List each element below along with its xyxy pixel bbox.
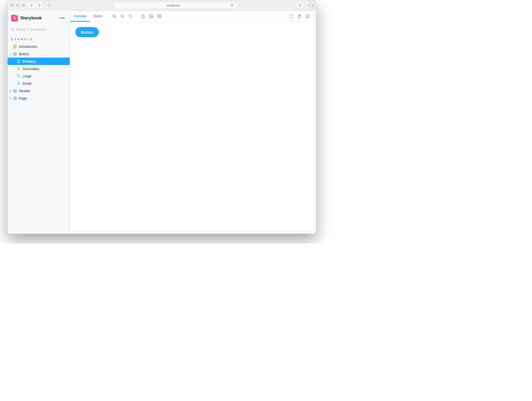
svg-point-5 xyxy=(12,28,14,31)
viewport-button[interactable] xyxy=(139,11,147,22)
address-bar[interactable]: localhost xyxy=(114,2,236,9)
reload-icon[interactable] xyxy=(230,4,234,7)
tree-label: Primary xyxy=(22,59,36,63)
toolbar-separator xyxy=(108,14,108,19)
nav-back-forward xyxy=(27,2,44,9)
bookmark-icon xyxy=(17,74,20,78)
svg-rect-0 xyxy=(48,4,52,7)
sidebar-header: S Storybook ••• xyxy=(8,14,70,24)
tree-label: Header xyxy=(19,89,31,93)
address-url: localhost xyxy=(117,4,230,7)
window-controls xyxy=(10,4,25,7)
tree-label: Introduction xyxy=(19,45,37,49)
nav-tree: Introduction ▼ Button P xyxy=(8,43,70,102)
sidebar-story-large[interactable]: Large xyxy=(8,72,70,80)
sidebar-section-label: EXAMPLE xyxy=(8,37,70,43)
tree-label: Page xyxy=(19,96,27,100)
zoom-in-button[interactable] xyxy=(110,11,118,22)
zoom-reset-button[interactable] xyxy=(127,11,135,22)
open-isolated-button[interactable] xyxy=(296,11,304,22)
background-button[interactable] xyxy=(147,11,155,22)
preview-tabs: Canvas Docs xyxy=(70,11,106,22)
copy-link-button[interactable] xyxy=(304,11,312,22)
demo-button[interactable]: Button xyxy=(75,27,99,37)
svg-point-32 xyxy=(150,15,151,16)
chevron-right-icon: ▶ xyxy=(10,97,13,100)
fullscreen-button[interactable] xyxy=(287,11,296,22)
storybook-app: S Storybook ••• Press "/" to search... E… xyxy=(8,11,316,234)
svg-rect-33 xyxy=(158,15,159,16)
toolbar-separator xyxy=(137,14,137,19)
search-placeholder: Press "/" to search... xyxy=(16,28,49,32)
sidebar-toggle-button[interactable] xyxy=(46,2,54,9)
bookmark-icon xyxy=(17,67,20,71)
preview-toolbar: Canvas Docs xyxy=(70,11,313,22)
svg-rect-34 xyxy=(160,15,161,16)
sidebar: S Storybook ••• Press "/" to search... E… xyxy=(8,11,70,234)
tree-label: Button xyxy=(19,52,29,56)
browser-chrome: localhost + xyxy=(8,0,316,11)
window-minimize-icon[interactable] xyxy=(16,4,19,7)
storybook-logo-icon: S xyxy=(11,15,18,21)
chevron-right-icon: ▶ xyxy=(10,90,13,92)
share-button[interactable] xyxy=(296,2,304,9)
sidebar-item-introduction[interactable]: Introduction xyxy=(8,43,70,50)
brand-title: Storybook xyxy=(20,16,42,21)
sidebar-story-secondary[interactable]: Secondary xyxy=(8,65,70,72)
new-tab-button[interactable]: + xyxy=(309,0,316,10)
component-icon xyxy=(13,89,17,93)
search-input[interactable]: Press "/" to search... xyxy=(11,26,66,33)
svg-rect-36 xyxy=(160,17,161,18)
browser-window: localhost + S Stor xyxy=(7,0,316,234)
bookmark-icon xyxy=(17,60,20,63)
grid-button[interactable] xyxy=(155,11,163,22)
main-area: Canvas Docs xyxy=(70,11,316,234)
svg-rect-39 xyxy=(307,15,310,17)
sidebar-menu-button[interactable]: ••• xyxy=(59,14,66,22)
sidebar-item-header[interactable]: ▶ Header xyxy=(8,87,70,95)
tree-label: Large xyxy=(22,74,32,78)
chevron-down-icon: ▼ xyxy=(10,53,13,55)
canvas-area: Button xyxy=(70,22,313,231)
nav-forward-button[interactable] xyxy=(36,2,43,8)
svg-point-27 xyxy=(129,15,132,17)
svg-line-21 xyxy=(115,17,116,18)
search-icon xyxy=(11,28,15,31)
svg-line-6 xyxy=(13,30,15,31)
window-close-icon[interactable] xyxy=(10,4,14,7)
tab-docs[interactable]: Docs xyxy=(90,11,106,22)
sidebar-item-button[interactable]: ▼ Button xyxy=(8,50,70,58)
component-icon xyxy=(13,52,17,56)
svg-rect-35 xyxy=(158,17,159,18)
component-icon xyxy=(13,97,17,100)
sidebar-story-small[interactable]: Small xyxy=(8,80,70,87)
window-zoom-icon[interactable] xyxy=(21,4,25,7)
sidebar-story-primary[interactable]: Primary xyxy=(8,58,70,65)
tree-label: Secondary xyxy=(22,67,39,71)
tree-label: Small xyxy=(22,82,31,86)
preview-panel: Canvas Docs xyxy=(70,11,314,231)
zoom-out-button[interactable] xyxy=(118,11,127,22)
tab-canvas[interactable]: Canvas xyxy=(70,11,90,22)
svg-line-28 xyxy=(131,17,132,18)
document-icon xyxy=(13,45,17,48)
svg-line-25 xyxy=(123,17,124,18)
bookmark-icon xyxy=(17,82,20,85)
sidebar-item-page[interactable]: ▶ Page xyxy=(8,95,70,102)
svg-rect-30 xyxy=(143,16,145,18)
nav-back-button[interactable] xyxy=(28,2,36,8)
